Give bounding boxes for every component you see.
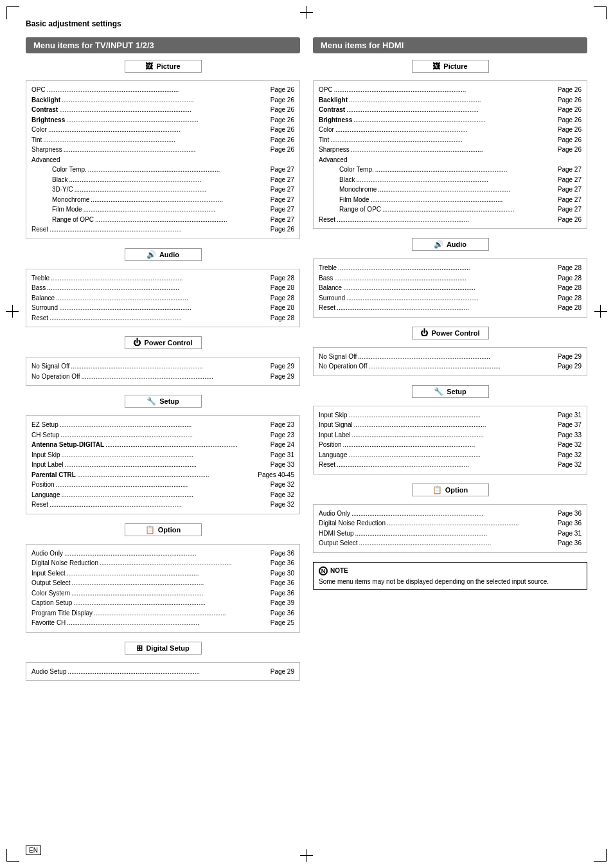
item-page: Page 28 <box>271 283 294 293</box>
item-name: OPC <box>319 85 333 95</box>
item-name: Output Select <box>319 538 358 548</box>
left-picture-category: Picture OPC ............................… <box>26 60 300 239</box>
list-item: Balance ................................… <box>31 293 294 303</box>
item-name: Range of OPC <box>52 215 94 225</box>
item-page: Page 28 <box>271 293 294 303</box>
digital-icon-left <box>136 644 143 653</box>
setup-icon-right <box>434 387 443 396</box>
item-dots: ........................................… <box>51 273 269 284</box>
left-audio-title-box: Audio <box>125 248 202 261</box>
left-option-items-box: Audio Only .............................… <box>26 544 300 633</box>
item-dots: ........................................… <box>335 125 556 135</box>
two-column-layout: Menu items for TV/INPUT 1/2/3 Picture OP… <box>26 37 587 690</box>
item-dots: ........................................… <box>88 165 269 175</box>
right-audio-title-box: Audio <box>412 238 489 251</box>
page-content: Basic adjustment settings Menu items for… <box>0 0 613 709</box>
left-audio-label: Audio <box>159 251 179 258</box>
item-page: Page 26 <box>558 145 582 155</box>
corner-mark-tr <box>594 6 607 19</box>
right-setup-title-box: Setup <box>412 385 489 398</box>
item-name: Bass <box>31 283 46 293</box>
item-page: Page 27 <box>271 165 294 175</box>
item-page: Page 26 <box>558 105 582 115</box>
item-page: Page 28 <box>271 303 294 313</box>
item-page: Page 32 <box>271 490 294 500</box>
item-dots: ........................................… <box>354 420 556 430</box>
item-name: Input Skip <box>319 410 347 420</box>
item-name: Black <box>52 175 67 185</box>
item-name: Brightness <box>319 115 352 125</box>
item-name: Color <box>319 125 334 135</box>
list-item: Bass ...................................… <box>319 273 582 284</box>
crosshair-left-v <box>12 305 13 318</box>
item-page: Page 26 <box>558 135 582 145</box>
left-setup-items-box: EZ Setup ...............................… <box>26 415 300 514</box>
item-dots: ........................................… <box>62 95 269 105</box>
item-dots: ........................................… <box>67 618 269 628</box>
list-item: Reset ..................................… <box>319 460 582 470</box>
item-page: Page 32 <box>558 460 582 470</box>
item-name: Language <box>319 450 348 460</box>
right-option-title-box: Option <box>412 484 489 496</box>
item-page: Page 26 <box>558 125 582 135</box>
item-page: Page 30 <box>271 568 294 579</box>
item-dots: ........................................… <box>59 105 269 115</box>
item-dots: ........................................… <box>95 215 269 225</box>
list-item: Audio Only .............................… <box>31 548 294 559</box>
list-item: Bass ...................................… <box>31 283 294 293</box>
item-page: Page 27 <box>271 215 294 225</box>
item-page: Page 26 <box>271 115 294 125</box>
list-item: No Signal Off ..........................… <box>31 361 294 372</box>
item-dots: ........................................… <box>68 667 269 677</box>
item-name: Reset <box>31 313 48 323</box>
item-name: Position <box>319 440 342 450</box>
list-item: Audio Only .............................… <box>319 509 582 519</box>
crosshair-top-h <box>300 12 313 13</box>
list-item: Range of OPC ...........................… <box>319 204 582 215</box>
item-page: Page 23 <box>271 420 294 430</box>
item-page: Page 36 <box>271 588 294 599</box>
list-item: Input Signal ...........................… <box>319 420 582 430</box>
list-item: Backlight ..............................… <box>31 95 294 105</box>
list-item: Black ..................................… <box>319 175 582 185</box>
item-page: Page 28 <box>558 273 582 284</box>
audio-icon-left <box>147 250 156 259</box>
right-power-items-box: No Signal Off ..........................… <box>313 347 587 376</box>
item-dots: ........................................… <box>73 598 269 608</box>
item-dots: ........................................… <box>346 293 556 303</box>
list-item: Brightness .............................… <box>319 115 582 125</box>
item-page: Page 39 <box>271 598 294 608</box>
item-name: 3D-Y/C <box>52 185 73 195</box>
item-page: Page 26 <box>558 215 582 225</box>
item-dots: ........................................… <box>66 115 269 125</box>
note-label: NOTE <box>330 567 348 574</box>
item-page: Page 36 <box>271 548 294 559</box>
item-dots: ........................................… <box>348 410 556 420</box>
left-power-category: Power Control No Signal Off ............… <box>26 336 300 386</box>
item-page: Page 29 <box>271 667 294 677</box>
item-name: Sharpness <box>319 145 350 155</box>
item-name: No Operation Off <box>319 361 367 372</box>
list-item: Black ..................................… <box>31 175 294 185</box>
right-power-title-wrapper: Power Control <box>313 327 587 343</box>
item-dots: ........................................… <box>49 500 269 510</box>
item-dots: ........................................… <box>77 470 256 480</box>
item-page: Page 28 <box>558 283 582 293</box>
item-page: Page 29 <box>558 352 582 362</box>
item-name: Language <box>31 490 60 500</box>
list-item: Reset ..................................… <box>31 224 294 235</box>
list-item: Treble .................................… <box>31 273 294 284</box>
item-name: Parental CTRL <box>31 470 76 480</box>
item-dots: ........................................… <box>351 145 556 155</box>
item-name: Monochrome <box>339 185 377 195</box>
list-item: Surround ...............................… <box>31 303 294 313</box>
item-name: Reset <box>319 460 335 470</box>
item-page: Page 33 <box>558 430 582 440</box>
left-audio-category: Audio Treble ...........................… <box>26 248 300 328</box>
note-title: N NOTE <box>319 566 582 575</box>
list-item: Reset ..................................… <box>319 215 582 225</box>
list-item: Digital Noise Reduction ................… <box>31 558 294 568</box>
item-page: Page 23 <box>271 430 294 440</box>
item-name: Film Mode <box>339 195 369 205</box>
left-digital-category: Digital Setup Audio Setup ..............… <box>26 642 300 682</box>
